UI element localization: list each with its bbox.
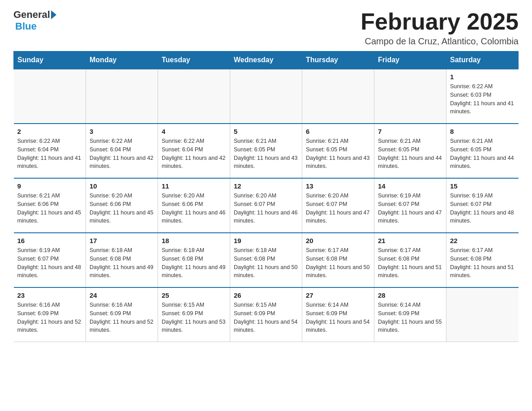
day-number: 25 (162, 291, 226, 299)
day-info: Sunrise: 6:22 AM Sunset: 6:04 PM Dayligh… (17, 137, 82, 171)
calendar-cell: 8Sunrise: 6:21 AM Sunset: 6:05 PM Daylig… (446, 124, 519, 178)
calendar-cell: 21Sunrise: 6:17 AM Sunset: 6:08 PM Dayli… (374, 233, 446, 287)
day-info: Sunrise: 6:18 AM Sunset: 6:08 PM Dayligh… (90, 246, 154, 280)
day-number: 11 (162, 182, 226, 190)
calendar-cell: 4Sunrise: 6:22 AM Sunset: 6:04 PM Daylig… (158, 124, 230, 178)
day-of-week-header: Sunday (14, 51, 86, 69)
day-number: 17 (90, 237, 154, 244)
calendar-cell: 19Sunrise: 6:18 AM Sunset: 6:08 PM Dayli… (230, 233, 302, 287)
day-info: Sunrise: 6:22 AM Sunset: 6:04 PM Dayligh… (162, 137, 226, 171)
calendar-cell: 11Sunrise: 6:20 AM Sunset: 6:06 PM Dayli… (158, 178, 230, 233)
title-section: February 2025 Campo de la Cruz, Atlantic… (360, 9, 519, 47)
calendar-cell: 9Sunrise: 6:21 AM Sunset: 6:06 PM Daylig… (14, 178, 86, 233)
day-number: 1 (450, 73, 515, 81)
calendar-cell: 16Sunrise: 6:19 AM Sunset: 6:07 PM Dayli… (14, 233, 86, 287)
day-info: Sunrise: 6:17 AM Sunset: 6:08 PM Dayligh… (306, 246, 370, 280)
day-info: Sunrise: 6:19 AM Sunset: 6:07 PM Dayligh… (17, 246, 82, 280)
day-number: 4 (162, 128, 226, 135)
day-number: 22 (450, 237, 515, 244)
calendar-cell: 25Sunrise: 6:15 AM Sunset: 6:09 PM Dayli… (158, 287, 230, 342)
day-number: 7 (378, 128, 442, 135)
day-number: 18 (162, 237, 226, 244)
calendar-week-row: 16Sunrise: 6:19 AM Sunset: 6:07 PM Dayli… (14, 233, 519, 287)
day-info: Sunrise: 6:18 AM Sunset: 6:08 PM Dayligh… (234, 246, 298, 280)
calendar-cell (158, 69, 230, 124)
day-info: Sunrise: 6:21 AM Sunset: 6:06 PM Dayligh… (17, 192, 82, 225)
logo-general-text: General (13, 9, 50, 21)
day-number: 16 (17, 237, 82, 244)
calendar-week-row: 9Sunrise: 6:21 AM Sunset: 6:06 PM Daylig… (14, 178, 519, 233)
day-number: 8 (450, 128, 515, 135)
calendar-week-row: 23Sunrise: 6:16 AM Sunset: 6:09 PM Dayli… (14, 287, 519, 342)
calendar-cell: 10Sunrise: 6:20 AM Sunset: 6:06 PM Dayli… (86, 178, 158, 233)
calendar-cell: 14Sunrise: 6:19 AM Sunset: 6:07 PM Dayli… (374, 178, 446, 233)
day-number: 19 (234, 237, 298, 244)
page-header: General Blue February 2025 Campo de la C… (13, 9, 519, 47)
day-info: Sunrise: 6:16 AM Sunset: 6:09 PM Dayligh… (90, 301, 154, 334)
day-info: Sunrise: 6:14 AM Sunset: 6:09 PM Dayligh… (306, 301, 370, 334)
calendar-cell (86, 69, 158, 124)
calendar-cell: 18Sunrise: 6:18 AM Sunset: 6:08 PM Dayli… (158, 233, 230, 287)
day-info: Sunrise: 6:14 AM Sunset: 6:09 PM Dayligh… (378, 301, 442, 334)
day-number: 5 (234, 128, 298, 135)
day-info: Sunrise: 6:17 AM Sunset: 6:08 PM Dayligh… (450, 246, 515, 280)
calendar-cell (230, 69, 302, 124)
calendar-cell: 27Sunrise: 6:14 AM Sunset: 6:09 PM Dayli… (302, 287, 374, 342)
day-info: Sunrise: 6:22 AM Sunset: 6:04 PM Dayligh… (90, 137, 154, 171)
day-number: 20 (306, 237, 370, 244)
day-info: Sunrise: 6:22 AM Sunset: 6:03 PM Dayligh… (450, 82, 515, 116)
day-info: Sunrise: 6:21 AM Sunset: 6:05 PM Dayligh… (450, 137, 515, 171)
logo: General Blue (13, 9, 57, 32)
day-number: 23 (17, 291, 82, 299)
day-info: Sunrise: 6:16 AM Sunset: 6:09 PM Dayligh… (17, 301, 82, 334)
calendar-cell: 13Sunrise: 6:20 AM Sunset: 6:07 PM Dayli… (302, 178, 374, 233)
day-of-week-header: Saturday (446, 51, 519, 69)
calendar-cell: 5Sunrise: 6:21 AM Sunset: 6:05 PM Daylig… (230, 124, 302, 178)
day-info: Sunrise: 6:20 AM Sunset: 6:06 PM Dayligh… (90, 192, 154, 225)
calendar-cell: 20Sunrise: 6:17 AM Sunset: 6:08 PM Dayli… (302, 233, 374, 287)
calendar-cell: 23Sunrise: 6:16 AM Sunset: 6:09 PM Dayli… (14, 287, 86, 342)
day-number: 27 (306, 291, 370, 299)
calendar-cell: 15Sunrise: 6:19 AM Sunset: 6:07 PM Dayli… (446, 178, 519, 233)
day-of-week-header: Monday (86, 51, 158, 69)
logo-arrow-icon (51, 10, 56, 19)
day-number: 21 (378, 237, 442, 244)
calendar-cell: 1Sunrise: 6:22 AM Sunset: 6:03 PM Daylig… (446, 69, 519, 124)
day-info: Sunrise: 6:20 AM Sunset: 6:06 PM Dayligh… (162, 192, 226, 225)
day-number: 3 (90, 128, 154, 135)
day-info: Sunrise: 6:19 AM Sunset: 6:07 PM Dayligh… (378, 192, 442, 225)
calendar-cell: 22Sunrise: 6:17 AM Sunset: 6:08 PM Dayli… (446, 233, 519, 287)
day-number: 14 (378, 182, 442, 190)
day-info: Sunrise: 6:17 AM Sunset: 6:08 PM Dayligh… (378, 246, 442, 280)
calendar-cell (446, 287, 519, 342)
calendar-cell (14, 69, 86, 124)
day-number: 6 (306, 128, 370, 135)
calendar-cell: 12Sunrise: 6:20 AM Sunset: 6:07 PM Dayli… (230, 178, 302, 233)
calendar-cell: 3Sunrise: 6:22 AM Sunset: 6:04 PM Daylig… (86, 124, 158, 178)
day-info: Sunrise: 6:20 AM Sunset: 6:07 PM Dayligh… (234, 192, 298, 225)
day-of-week-header: Friday (374, 51, 446, 69)
day-number: 26 (234, 291, 298, 299)
day-number: 2 (17, 128, 82, 135)
calendar-week-row: 1Sunrise: 6:22 AM Sunset: 6:03 PM Daylig… (14, 69, 519, 124)
calendar-cell: 26Sunrise: 6:15 AM Sunset: 6:09 PM Dayli… (230, 287, 302, 342)
day-of-week-header: Tuesday (158, 51, 230, 69)
day-info: Sunrise: 6:21 AM Sunset: 6:05 PM Dayligh… (306, 137, 370, 171)
day-info: Sunrise: 6:20 AM Sunset: 6:07 PM Dayligh… (306, 192, 370, 225)
calendar-cell: 7Sunrise: 6:21 AM Sunset: 6:05 PM Daylig… (374, 124, 446, 178)
month-title: February 2025 (360, 9, 519, 34)
day-info: Sunrise: 6:21 AM Sunset: 6:05 PM Dayligh… (234, 137, 298, 171)
day-info: Sunrise: 6:15 AM Sunset: 6:09 PM Dayligh… (162, 301, 226, 334)
location-text: Campo de la Cruz, Atlantico, Colombia (360, 36, 519, 47)
calendar-cell: 2Sunrise: 6:22 AM Sunset: 6:04 PM Daylig… (14, 124, 86, 178)
day-info: Sunrise: 6:15 AM Sunset: 6:09 PM Dayligh… (234, 301, 298, 334)
logo-blue-text: Blue (15, 21, 37, 32)
day-number: 12 (234, 182, 298, 190)
day-of-week-header: Thursday (302, 51, 374, 69)
day-info: Sunrise: 6:18 AM Sunset: 6:08 PM Dayligh… (162, 246, 226, 280)
calendar-header-row: SundayMondayTuesdayWednesdayThursdayFrid… (14, 51, 519, 69)
calendar-cell: 28Sunrise: 6:14 AM Sunset: 6:09 PM Dayli… (374, 287, 446, 342)
day-number: 10 (90, 182, 154, 190)
calendar-cell: 24Sunrise: 6:16 AM Sunset: 6:09 PM Dayli… (86, 287, 158, 342)
day-number: 13 (306, 182, 370, 190)
